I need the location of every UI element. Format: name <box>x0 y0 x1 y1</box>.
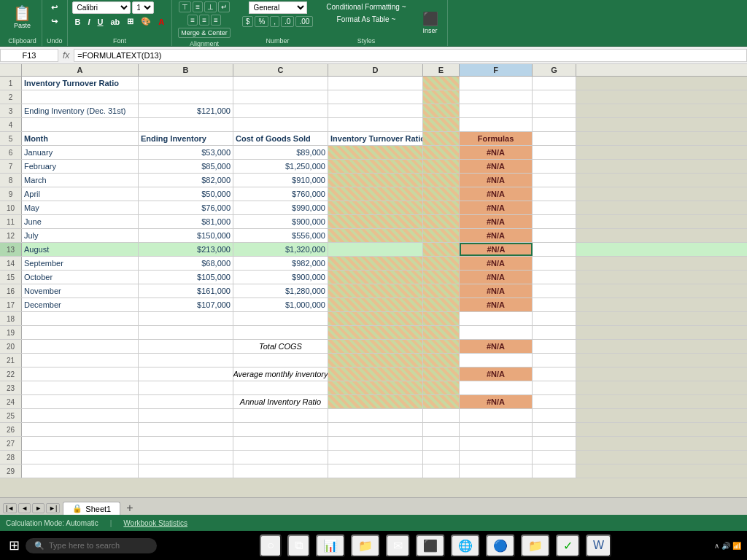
cell-f21[interactable] <box>460 354 533 367</box>
cell-c29[interactable] <box>233 464 328 478</box>
bold-button[interactable]: B <box>72 16 84 28</box>
cell-e20[interactable] <box>423 340 460 353</box>
cell-e29[interactable] <box>423 464 460 478</box>
cell-d27[interactable] <box>328 437 423 450</box>
cell-f13[interactable]: #N/A <box>460 243 533 256</box>
cell-f15[interactable]: #N/A <box>460 271 533 284</box>
cell-a9[interactable]: April <box>22 187 139 201</box>
decrease-decimal-button[interactable]: .00 <box>295 16 313 27</box>
taskbar-word-button[interactable]: W <box>586 534 611 557</box>
cell-d7[interactable] <box>328 160 423 173</box>
cell-b29[interactable] <box>139 464 233 478</box>
cell-d22[interactable] <box>328 368 423 381</box>
col-header-f[interactable]: F <box>460 64 533 76</box>
insert-button[interactable]: ⬛ Inser <box>418 9 443 37</box>
taskbar-cortana-button[interactable]: ○ <box>260 534 282 557</box>
cell-a1[interactable]: Inventory Turnover Ratio <box>22 77 139 90</box>
cell-g25[interactable] <box>533 409 576 422</box>
cell-e25[interactable] <box>423 409 460 422</box>
cell-g22[interactable] <box>533 368 576 381</box>
cell-b23[interactable] <box>139 381 233 394</box>
cell-b15[interactable]: $105,000 <box>139 271 233 284</box>
cell-b4[interactable] <box>139 118 233 131</box>
cell-g29[interactable] <box>533 464 576 478</box>
cell-g6[interactable] <box>533 146 576 159</box>
cell-g17[interactable] <box>533 298 576 311</box>
align-top-button[interactable]: ⊤ <box>179 1 191 12</box>
col-header-e[interactable]: E <box>423 64 460 76</box>
cell-b17[interactable]: $107,000 <box>139 298 233 311</box>
cell-b19[interactable] <box>139 326 233 339</box>
cell-c4[interactable] <box>233 118 328 131</box>
cell-c13[interactable]: $1,320,000 <box>233 243 328 256</box>
cell-g21[interactable] <box>533 354 576 367</box>
cell-f2[interactable] <box>460 90 533 104</box>
cell-f23[interactable] <box>460 381 533 394</box>
wrap-text-button[interactable]: ↵ <box>218 1 230 12</box>
cell-g27[interactable] <box>533 437 576 450</box>
cell-a27[interactable] <box>22 437 139 450</box>
sheet1-tab[interactable]: 🔒 Sheet1 <box>63 502 120 515</box>
currency-button[interactable]: $ <box>242 16 254 27</box>
add-sheet-button[interactable]: + <box>120 502 139 515</box>
cell-f28[interactable] <box>460 451 533 464</box>
cell-e27[interactable] <box>423 437 460 450</box>
cell-g2[interactable] <box>533 90 576 104</box>
font-size-select[interactable]: 11 <box>132 1 154 14</box>
cell-e15[interactable] <box>423 271 460 284</box>
cell-c24[interactable]: Annual Inventory Ratio <box>233 395 328 408</box>
align-bottom-button[interactable]: ⊥ <box>204 1 217 12</box>
cell-b20[interactable] <box>139 340 233 353</box>
cell-a7[interactable]: February <box>22 160 139 173</box>
cell-b10[interactable]: $76,000 <box>139 201 233 214</box>
col-header-d[interactable]: D <box>328 64 423 76</box>
cell-a15[interactable]: October <box>22 271 139 284</box>
cell-b2[interactable] <box>139 90 233 104</box>
cell-a20[interactable] <box>22 340 139 353</box>
cell-e28[interactable] <box>423 451 460 464</box>
tab-nav-prev[interactable]: ◄ <box>18 503 31 513</box>
cell-d21[interactable] <box>328 354 423 367</box>
cell-e22[interactable] <box>423 368 460 381</box>
cell-f26[interactable] <box>460 423 533 436</box>
paste-button[interactable]: 📋 Paste <box>7 1 37 32</box>
cell-g26[interactable] <box>533 423 576 436</box>
cell-f25[interactable] <box>460 409 533 422</box>
cell-f5[interactable]: Formulas <box>460 132 533 145</box>
taskbar-search-input[interactable] <box>49 541 150 550</box>
cell-e9[interactable] <box>423 187 460 201</box>
cell-b27[interactable] <box>139 437 233 450</box>
cell-c7[interactable]: $1,250,000 <box>233 160 328 173</box>
cell-f1[interactable] <box>460 77 533 90</box>
cell-e17[interactable] <box>423 298 460 311</box>
cell-b1[interactable] <box>139 77 233 90</box>
cell-e19[interactable] <box>423 326 460 339</box>
align-left-button[interactable]: ≡ <box>187 15 198 26</box>
cell-a19[interactable] <box>22 326 139 339</box>
cell-e12[interactable] <box>423 229 460 242</box>
cell-b8[interactable]: $82,000 <box>139 174 233 187</box>
cell-g9[interactable] <box>533 187 576 201</box>
cell-b13[interactable]: $213,000 <box>139 243 233 256</box>
cell-e13[interactable] <box>423 243 460 256</box>
cell-f16[interactable]: #N/A <box>460 284 533 298</box>
cell-g12[interactable] <box>533 229 576 242</box>
cell-d15[interactable] <box>328 271 423 284</box>
cell-c26[interactable] <box>233 423 328 436</box>
cell-f9[interactable]: #N/A <box>460 187 533 201</box>
cell-e3[interactable] <box>423 104 460 117</box>
cell-e5[interactable] <box>423 132 460 145</box>
cell-d17[interactable] <box>328 298 423 311</box>
italic-button[interactable]: I <box>85 16 93 28</box>
cell-g8[interactable] <box>533 174 576 187</box>
cell-g4[interactable] <box>533 118 576 131</box>
cell-b5[interactable]: Ending Inventory <box>139 132 233 145</box>
cell-c2[interactable] <box>233 90 328 104</box>
font-name-select[interactable]: Calibri <box>72 1 131 14</box>
cell-c1[interactable] <box>233 77 328 90</box>
cell-g13[interactable] <box>533 243 576 256</box>
cell-a11[interactable]: June <box>22 215 139 228</box>
cell-c18[interactable] <box>233 312 328 325</box>
cell-g15[interactable] <box>533 271 576 284</box>
align-middle-button[interactable]: ≡ <box>193 1 203 12</box>
